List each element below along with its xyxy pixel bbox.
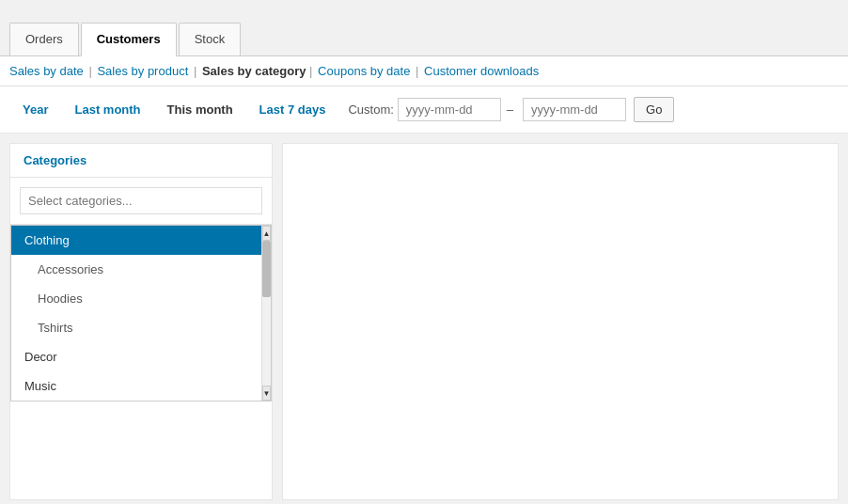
category-item-accessories[interactable]: Accessories <box>11 255 261 284</box>
subnav-coupons-by-date[interactable]: Coupons by date <box>318 64 410 78</box>
categories-panel: Categories Clothing Accessories Hoodies … <box>9 143 273 500</box>
categories-header: Categories <box>10 144 272 178</box>
scrollbar-arrow-down[interactable]: ▼ <box>262 386 271 401</box>
date-dash: – <box>507 102 513 117</box>
dropdown-items: Clothing Accessories Hoodies Tshirts Dec… <box>11 226 261 401</box>
separator-3: | <box>309 64 312 78</box>
period-last-7-days-button[interactable]: Last 7 days <box>246 97 339 122</box>
scrollbar-arrow-up[interactable]: ▲ <box>262 226 271 241</box>
period-last-month-button[interactable]: Last month <box>61 97 153 122</box>
categories-dropdown: Clothing Accessories Hoodies Tshirts Dec… <box>10 225 272 402</box>
category-item-tshirts[interactable]: Tshirts <box>11 313 261 342</box>
dropdown-list: Clothing Accessories Hoodies Tshirts Dec… <box>10 225 272 402</box>
scrollbar-thumb[interactable] <box>262 241 271 297</box>
category-item-music[interactable]: Music <box>11 371 261 401</box>
tab-stock[interactable]: Stock <box>179 23 242 55</box>
subnav-sales-by-category: Sales by category <box>202 64 306 78</box>
date-start-input[interactable] <box>398 98 501 121</box>
category-item-decor[interactable]: Decor <box>11 342 261 371</box>
main-content: Categories Clothing Accessories Hoodies … <box>0 134 848 504</box>
separator-2: | <box>194 64 196 78</box>
separator-1: | <box>88 64 91 78</box>
scrollbar-track[interactable]: ▲ ▼ <box>261 226 271 401</box>
period-year-button[interactable]: Year <box>9 97 61 122</box>
chart-area <box>282 143 839 500</box>
categories-search <box>10 178 272 225</box>
subnav: Sales by date | Sales by product | Sales… <box>0 56 848 87</box>
period-bar: Year Last month This month Last 7 days C… <box>0 87 848 134</box>
date-end-input[interactable] <box>523 98 626 121</box>
period-this-month-button[interactable]: This month <box>154 97 246 122</box>
subnav-customer-downloads[interactable]: Customer downloads <box>424 64 539 78</box>
categories-search-input[interactable] <box>20 187 262 214</box>
go-button[interactable]: Go <box>634 97 674 122</box>
dropdown-scroll-wrapper: Clothing Accessories Hoodies Tshirts Dec… <box>11 226 271 401</box>
tab-orders[interactable]: Orders <box>9 23 79 55</box>
tabs-bar: Orders Customers Stock <box>0 0 848 56</box>
tab-customers[interactable]: Customers <box>81 23 177 56</box>
category-item-clothing[interactable]: Clothing <box>11 226 261 255</box>
subnav-sales-by-date[interactable]: Sales by date <box>9 64 84 78</box>
subnav-sales-by-product[interactable]: Sales by product <box>97 64 188 78</box>
category-item-hoodies[interactable]: Hoodies <box>11 284 261 313</box>
custom-label: Custom: <box>348 102 393 117</box>
separator-4: | <box>416 64 418 78</box>
